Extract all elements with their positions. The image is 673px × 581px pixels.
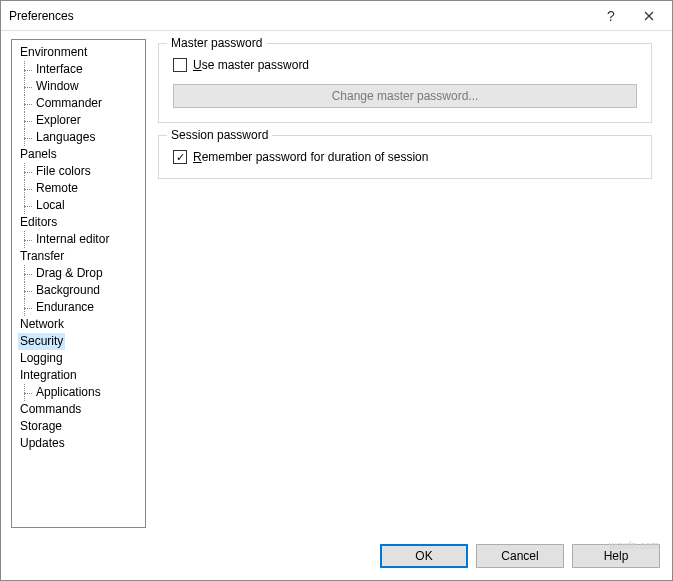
tree-item-security[interactable]: Security: [18, 333, 65, 350]
dialog-body: Environment Interface Window Commander E…: [1, 31, 672, 532]
ok-button[interactable]: OK: [380, 544, 468, 568]
dialog-footer: OK Cancel Help: [1, 532, 672, 580]
tree-item-network[interactable]: Network: [18, 316, 145, 333]
use-master-password-row[interactable]: Use master password: [173, 58, 637, 72]
remember-password-checkbox[interactable]: [173, 150, 187, 164]
tree-item-interface[interactable]: Interface: [18, 61, 145, 78]
session-password-group: Session password Remember password for d…: [158, 135, 652, 179]
master-password-title: Master password: [167, 36, 266, 50]
tree-item-background[interactable]: Background: [18, 282, 145, 299]
nav-tree[interactable]: Environment Interface Window Commander E…: [11, 39, 146, 528]
content-pane: Master password Use master password Chan…: [156, 39, 662, 528]
use-master-password-label: Use master password: [193, 58, 309, 72]
remember-password-label: Remember password for duration of sessio…: [193, 150, 428, 164]
close-icon[interactable]: [630, 3, 668, 29]
tree-item-drag-drop[interactable]: Drag & Drop: [18, 265, 145, 282]
tree-item-commands[interactable]: Commands: [18, 401, 145, 418]
tree-item-environment[interactable]: Environment: [18, 44, 145, 61]
tree-item-window[interactable]: Window: [18, 78, 145, 95]
help-icon[interactable]: ?: [592, 3, 630, 29]
tree-item-languages[interactable]: Languages: [18, 129, 145, 146]
use-master-password-checkbox[interactable]: [173, 58, 187, 72]
cancel-button[interactable]: Cancel: [476, 544, 564, 568]
tree-item-local[interactable]: Local: [18, 197, 145, 214]
tree-item-explorer[interactable]: Explorer: [18, 112, 145, 129]
tree-item-applications[interactable]: Applications: [18, 384, 145, 401]
tree-item-endurance[interactable]: Endurance: [18, 299, 145, 316]
session-password-title: Session password: [167, 128, 272, 142]
window-title: Preferences: [9, 9, 592, 23]
tree-item-updates[interactable]: Updates: [18, 435, 145, 452]
help-button[interactable]: Help: [572, 544, 660, 568]
preferences-window: Preferences ? Environment Interface Wind…: [0, 0, 673, 581]
tree-item-panels[interactable]: Panels: [18, 146, 145, 163]
tree-item-internal-editor[interactable]: Internal editor: [18, 231, 145, 248]
remember-password-row[interactable]: Remember password for duration of sessio…: [173, 150, 637, 164]
tree-item-transfer[interactable]: Transfer: [18, 248, 145, 265]
tree-item-logging[interactable]: Logging: [18, 350, 145, 367]
master-password-group: Master password Use master password Chan…: [158, 43, 652, 123]
tree-item-editors[interactable]: Editors: [18, 214, 145, 231]
tree-item-storage[interactable]: Storage: [18, 418, 145, 435]
tree-item-commander[interactable]: Commander: [18, 95, 145, 112]
change-master-password-button: Change master password...: [173, 84, 637, 108]
titlebar: Preferences ?: [1, 1, 672, 31]
tree-item-integration[interactable]: Integration: [18, 367, 145, 384]
tree-item-remote[interactable]: Remote: [18, 180, 145, 197]
tree-item-file-colors[interactable]: File colors: [18, 163, 145, 180]
